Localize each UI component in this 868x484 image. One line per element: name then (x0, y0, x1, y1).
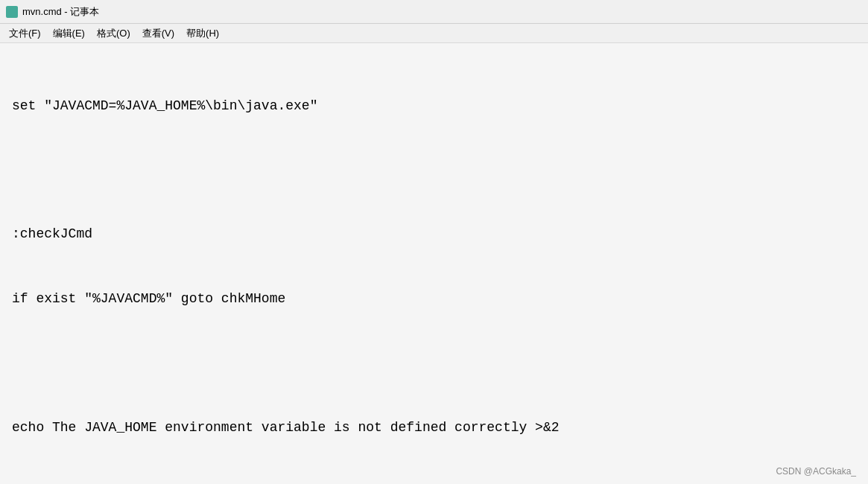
code-content: set "JAVACMD=%JAVA_HOME%\bin\java.exe" :… (12, 52, 856, 484)
line-7: echo This environment variable is needed… (12, 481, 856, 484)
menu-format[interactable]: 格式(O) (91, 25, 136, 42)
line-1: set "JAVACMD=%JAVA_HOME%\bin\java.exe" (12, 95, 856, 117)
menu-bar: 文件(F) 编辑(E) 格式(O) 查看(V) 帮助(H) (0, 24, 868, 43)
line-blank-1 (12, 159, 856, 181)
menu-file[interactable]: 文件(F) (3, 25, 47, 42)
title-bar: mvn.cmd - 记事本 (0, 0, 868, 24)
menu-edit[interactable]: 编辑(E) (47, 25, 91, 42)
line-3: :checkJCmd (12, 223, 856, 245)
line-4: if exist "%JAVACMD%" goto chkMHome (12, 288, 856, 310)
watermark: CSDN @ACGkaka_ (776, 466, 856, 477)
content-area[interactable]: set "JAVACMD=%JAVA_HOME%\bin\java.exe" :… (0, 43, 868, 484)
notepad-window: mvn.cmd - 记事本 文件(F) 编辑(E) 格式(O) 查看(V) 帮助… (0, 0, 868, 484)
window-title: mvn.cmd - 记事本 (22, 5, 99, 19)
menu-help[interactable]: 帮助(H) (180, 25, 225, 42)
menu-view[interactable]: 查看(V) (136, 25, 180, 42)
notepad-icon (6, 6, 18, 18)
line-6: echo The JAVA_HOME environment variable … (12, 417, 856, 439)
line-blank-2 (12, 352, 856, 374)
